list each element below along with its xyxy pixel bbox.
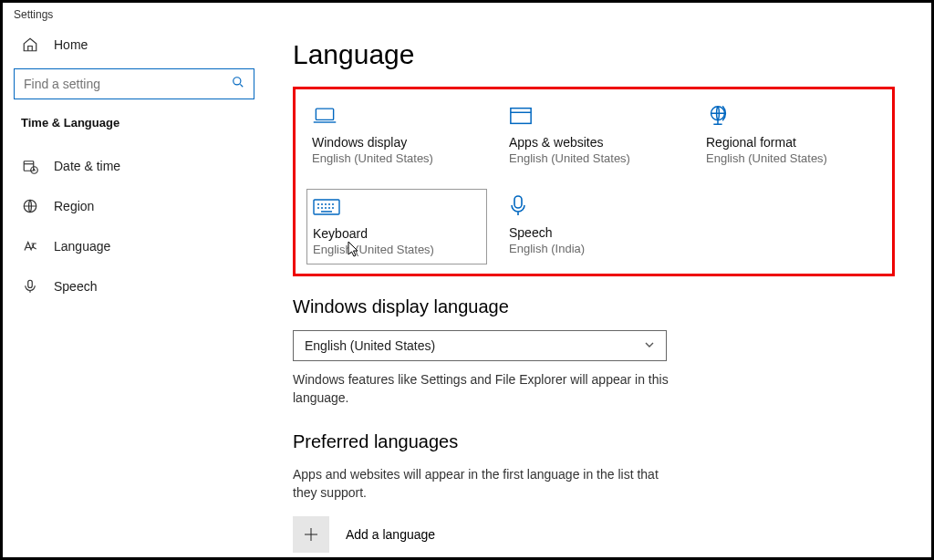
search-input-wrap[interactable] — [14, 68, 254, 99]
laptop-icon — [312, 100, 482, 131]
sidebar-item-label: Speech — [54, 279, 97, 294]
sidebar-item-date-time[interactable]: Date & time — [14, 146, 254, 186]
chevron-down-icon — [644, 337, 655, 354]
tile-windows-display[interactable]: Windows display English (United States) — [306, 99, 487, 172]
main-content: Language Windows display English (United… — [265, 26, 931, 555]
sidebar-item-speech[interactable]: Speech — [14, 266, 254, 306]
add-language-row[interactable]: Add a language — [293, 516, 895, 553]
dropdown-value: English (United States) — [305, 338, 435, 353]
search-icon — [232, 76, 244, 92]
tile-speech[interactable]: Speech English (India) — [503, 189, 684, 264]
home-nav[interactable]: Home — [14, 26, 254, 63]
calendar-clock-icon — [21, 157, 39, 175]
sidebar-item-language[interactable]: Language — [14, 226, 254, 266]
microphone-icon — [509, 191, 679, 222]
sidebar-item-region[interactable]: Region — [14, 186, 254, 226]
home-label: Home — [54, 37, 88, 52]
language-icon — [21, 237, 39, 255]
sidebar-item-label: Date & time — [54, 159, 120, 173]
tile-sub: English (United States) — [312, 151, 482, 165]
tile-label: Apps & websites — [509, 135, 679, 150]
preferred-languages-heading: Preferred languages — [293, 431, 895, 452]
window-title: Settings — [3, 3, 931, 26]
svg-rect-6 — [511, 109, 531, 124]
svg-point-0 — [234, 78, 241, 85]
display-language-dropdown[interactable]: English (United States) — [293, 330, 667, 361]
tile-regional-format[interactable]: Regional format English (United States) — [700, 99, 881, 172]
sidebar-item-label: Region — [54, 199, 94, 213]
tile-sub: English (United States) — [706, 151, 876, 165]
display-language-desc: Windows features like Settings and File … — [293, 370, 676, 408]
tile-sub: English (United States) — [509, 151, 679, 165]
tile-label: Regional format — [706, 135, 876, 150]
tile-sub: English (United States) — [313, 243, 481, 256]
language-tiles-highlight: Windows display English (United States) … — [293, 87, 895, 276]
svg-rect-5 — [316, 109, 333, 119]
display-language-heading: Windows display language — [293, 296, 895, 317]
sidebar-item-label: Language — [54, 239, 110, 254]
globe-icon — [21, 197, 39, 215]
category-heading: Time & Language — [21, 116, 254, 130]
globe-stand-icon — [706, 100, 876, 131]
tile-label: Windows display — [312, 135, 482, 150]
page-title: Language — [293, 39, 895, 70]
plus-icon[interactable] — [293, 516, 329, 553]
tile-label: Speech — [509, 225, 679, 240]
sidebar: Home Time & Language Date & time Region — [3, 26, 265, 555]
microphone-icon — [21, 277, 39, 296]
preferred-languages-desc: Apps and websites will appear in the fir… — [293, 465, 676, 503]
svg-rect-1 — [24, 161, 34, 171]
add-language-label: Add a language — [346, 527, 435, 542]
tile-keyboard[interactable]: Keyboard English (United States) — [306, 189, 487, 264]
tile-label: Keyboard — [313, 226, 481, 241]
svg-rect-9 — [514, 196, 522, 208]
window-icon — [509, 100, 679, 131]
keyboard-icon — [313, 192, 481, 223]
tile-apps-websites[interactable]: Apps & websites English (United States) — [503, 99, 684, 172]
svg-rect-4 — [28, 280, 33, 287]
home-icon — [21, 36, 39, 54]
search-input[interactable] — [24, 77, 232, 91]
tile-sub: English (India) — [509, 242, 679, 255]
